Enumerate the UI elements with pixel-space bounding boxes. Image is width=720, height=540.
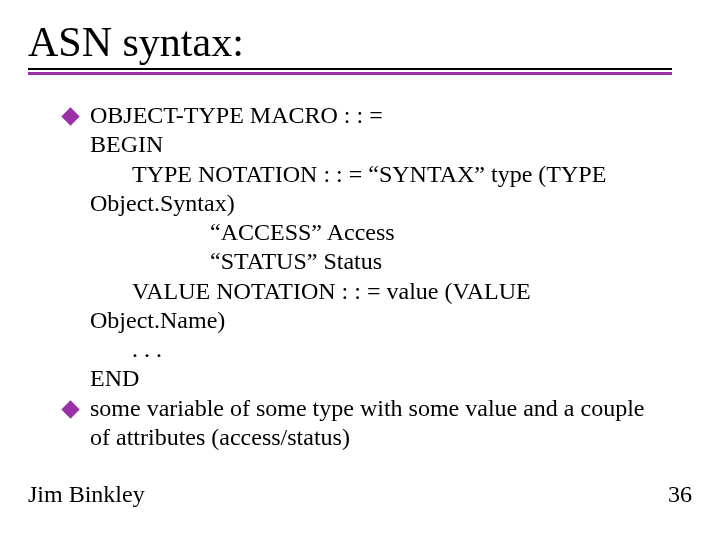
footer-page-number: 36: [668, 481, 692, 508]
title-area: ASN syntax:: [0, 0, 720, 70]
slide-footer: Jim Binkley 36: [28, 481, 692, 508]
code-line: OBJECT-TYPE MACRO : : =: [90, 101, 692, 130]
footer-author: Jim Binkley: [28, 481, 145, 508]
slide-title: ASN syntax:: [28, 18, 672, 70]
bullet-text-line: some variable of some type with some val…: [90, 394, 692, 423]
code-line: TYPE NOTATION : : = “SYNTAX” type (TYPE: [90, 160, 692, 189]
diamond-bullet-icon: [61, 400, 79, 418]
code-line: BEGIN: [90, 130, 692, 159]
code-line: VALUE NOTATION : : = value (VALUE: [90, 277, 692, 306]
diamond-bullet-icon: [61, 107, 79, 125]
code-line: “STATUS” Status: [90, 247, 692, 276]
bullet-text-line: of attributes (access/status): [90, 423, 692, 452]
code-line: Object.Name): [90, 306, 692, 335]
code-line: “ACCESS” Access: [90, 218, 692, 247]
bullet-item: some variable of some type with some val…: [90, 394, 692, 453]
slide-body: OBJECT-TYPE MACRO : : = BEGIN TYPE NOTAT…: [0, 75, 720, 452]
code-line: Object.Syntax): [90, 189, 692, 218]
code-line: END: [90, 364, 692, 393]
bullet-item: OBJECT-TYPE MACRO : : = BEGIN TYPE NOTAT…: [90, 101, 692, 394]
code-line: . . .: [90, 335, 692, 364]
